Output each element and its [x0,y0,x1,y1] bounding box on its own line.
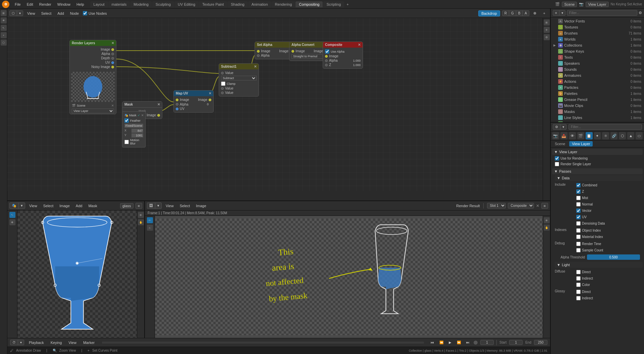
tab-compositing[interactable]: Compositing [296,1,323,7]
indirect-cb[interactable] [576,276,581,281]
mask-check-icon[interactable]: ✓ [138,114,140,117]
ne-select-btn[interactable]: Select [39,11,54,16]
menu-help[interactable]: Help [74,2,87,7]
end-frame-input[interactable]: 250 [534,340,547,345]
combined-cb[interactable] [576,183,581,187]
set-alpha-in-image[interactable] [257,50,260,53]
node-composite[interactable]: Composite ✕ Use Alpha Image [323,42,363,69]
uv-cb[interactable] [576,215,581,219]
node-canvas[interactable]: Render Layers ✕ Image Alpha [7,18,543,191]
render-select-btn[interactable]: Select [178,203,192,209]
render-canvas[interactable]: This area is not affected by the mask ⊕ … [145,216,550,338]
outliner-item-shapekeys[interactable]: ◇ Shape Keys 0 items [551,48,644,54]
marker-btn[interactable]: Marker [81,340,97,345]
output-socket-noisy[interactable] [111,66,114,68]
sample-count-cb[interactable] [576,248,581,252]
zoom-in[interactable]: ＋ [540,10,548,16]
channel-g[interactable]: G [509,11,516,16]
node-mask-close[interactable]: ✕ [157,103,160,106]
props-search[interactable] [569,124,642,130]
outliner-item-textures[interactable]: ⬡ Textures 0 items [551,24,644,30]
set-alpha-in-alpha[interactable] [257,54,260,57]
use-for-rendering-row[interactable]: Use for Rendering [552,156,643,161]
jump-end-btn[interactable]: ⏭ [465,340,471,345]
vector-cb[interactable] [576,209,581,213]
render-time-row[interactable]: Render Time [574,241,606,247]
editor-type-group[interactable]: ⬡ ▾ [9,10,23,16]
mask-tool-cursor[interactable]: ↖ [9,212,15,218]
output-socket-image[interactable] [111,48,114,51]
output-socket-uv[interactable] [111,61,114,64]
tab-layout[interactable]: Layout [90,1,108,7]
render-tool-annotate[interactable]: ✏ [147,217,153,223]
use-alpha-checkbox[interactable] [325,49,329,54]
zoom-control[interactable]: ⊕ [531,10,538,16]
combined-row[interactable]: Combined [574,182,607,188]
tab-shading[interactable]: Shading [227,1,248,7]
uv-row[interactable]: UV [574,214,607,220]
x-input[interactable] [131,129,143,133]
render-icon[interactable]: 🖼 [147,203,155,209]
mask-select-btn[interactable]: Select [41,203,56,209]
node-map-uv-close[interactable]: ✕ [209,92,211,95]
mask-icon[interactable]: 🎭 [10,203,19,209]
mask-view-btn[interactable]: View [27,203,39,209]
z-cb[interactable] [576,189,581,194]
outliner-item-movie-clips[interactable]: 🎬 Movie Clips 0 items [551,103,644,109]
mask-mask-btn[interactable]: Mask [86,203,99,209]
use-nodes-label[interactable]: Use Nodes [83,11,107,15]
use-for-rendering-cb[interactable] [555,156,559,161]
tab-modeling[interactable]: Modeling [130,1,152,7]
alpha-mode-select[interactable]: Straight to Premul [291,54,327,59]
slot-select[interactable]: Slot 1 [487,203,506,209]
composite-in-alpha[interactable] [325,59,328,62]
mask-image-btn[interactable]: Image [57,203,72,209]
outliner-search[interactable] [567,10,637,16]
tab-scripting[interactable]: Scripting [323,1,344,7]
start-frame-input[interactable]: 1 [509,340,523,345]
render-overlay-icon[interactable]: ≡ [542,203,548,209]
y-input[interactable] [131,133,143,137]
render-hand-icon[interactable]: ✋ [544,225,550,231]
outliner-item-particles[interactable]: ✦ Particles 0 items [551,84,644,91]
sidebar-icon-add[interactable]: + [1,32,7,38]
props-render-icon[interactable]: 📷 [552,132,559,139]
use-nodes-checkbox[interactable] [83,11,87,15]
menu-file[interactable]: File [12,2,23,7]
normal-row[interactable]: Normal [574,201,607,207]
composite-in-image[interactable] [325,55,328,58]
outliner-item-brushes[interactable]: ⌀ Brushes 71 items [551,30,644,36]
vector-row[interactable]: Vector [574,208,607,214]
display-select[interactable]: Composite [508,203,534,209]
outliner-item-line-styles[interactable]: — Line Styles 1 items [551,115,644,121]
outliner-item-masks[interactable]: ⬡ Masks 1 items [551,109,644,115]
mask-editor-type[interactable]: 🎭 ▾ [9,202,25,209]
node-close-icon[interactable]: ✕ [111,41,114,45]
sidebar-icon-node[interactable]: ⬡ [1,40,7,46]
glossy-direct-row[interactable]: Direct [574,289,596,295]
ne-add-btn[interactable]: Add [55,11,66,16]
map-uv-input-image[interactable] [176,99,178,101]
backdrop-btn[interactable]: Backdrop [478,10,500,16]
outliner-item-texts[interactable]: T Texts 0 items [551,54,644,60]
material-index-cb[interactable] [576,235,581,239]
props-constraints-icon[interactable]: 🔗 [610,132,618,139]
render-single-layer-cb[interactable] [555,162,559,166]
map-uv-input-alpha[interactable] [176,103,178,106]
channel-r[interactable]: R [502,11,509,16]
mask-menu[interactable]: ▾ [19,203,25,209]
sidebar-icon-header[interactable]: ⊞ [1,10,7,16]
mask-close-icon[interactable]: ✕ [141,114,144,117]
mask-tool-move[interactable]: ✥ [9,219,15,225]
jump-start-btn[interactable]: ⏮ [429,340,435,345]
ne-node-btn[interactable]: Node [68,11,81,16]
render-zoom-icon[interactable]: ⊕ [544,217,550,223]
object-index-row[interactable]: Object Index [574,228,606,233]
sidebar-icon-select[interactable]: ↖ [1,25,7,31]
outliner-settings[interactable]: ⚙ [639,11,642,15]
tab-scene[interactable]: Scene [552,141,568,146]
channel-a[interactable]: A [523,11,529,16]
view-layer-header[interactable]: ▼ View Layer [552,149,643,155]
subtract-val1[interactable] [221,87,224,90]
node-subtract-close[interactable]: ✕ [254,65,257,68]
